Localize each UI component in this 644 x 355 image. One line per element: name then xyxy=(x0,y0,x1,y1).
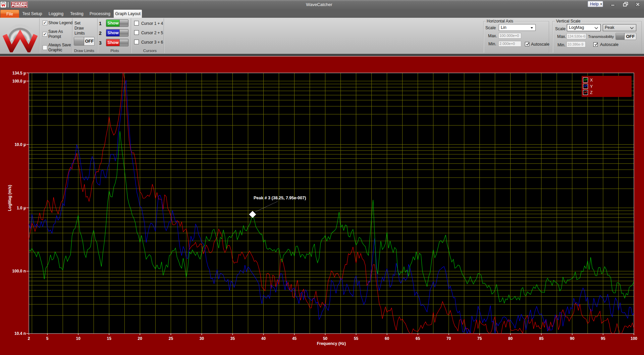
svg-text:100: 100 xyxy=(631,336,637,341)
svg-text:Frequency (Hz): Frequency (Hz) xyxy=(317,341,346,346)
svg-text:65: 65 xyxy=(416,336,420,341)
svg-text:30: 30 xyxy=(200,336,204,341)
svg-text:50: 50 xyxy=(323,336,328,341)
svg-text:HERZAN: HERZAN xyxy=(11,2,27,6)
svg-text:15: 15 xyxy=(107,336,112,341)
svg-text:5: 5 xyxy=(46,336,49,341)
svg-text:WWW.HERZAN.COM: WWW.HERZAN.COM xyxy=(14,6,25,7)
svg-text:100.0 n: 100.0 n xyxy=(12,269,26,273)
svg-text:20: 20 xyxy=(138,336,143,341)
svg-text:90: 90 xyxy=(570,336,575,341)
svg-text:10: 10 xyxy=(76,336,81,341)
svg-text:LogMag (m/s): LogMag (m/s) xyxy=(7,185,12,211)
svg-text:100.0 µ: 100.0 µ xyxy=(12,79,26,84)
svg-text:Y: Y xyxy=(590,84,593,89)
svg-text:70: 70 xyxy=(446,336,451,341)
svg-text:45: 45 xyxy=(292,336,297,341)
svg-text:25: 25 xyxy=(169,336,173,341)
svg-text:85: 85 xyxy=(539,336,544,341)
svg-text:2: 2 xyxy=(28,336,30,341)
svg-text:10.4 n: 10.4 n xyxy=(14,331,26,336)
svg-text:75: 75 xyxy=(477,336,482,341)
svg-text:1.0 µ: 1.0 µ xyxy=(17,206,26,210)
svg-text:55: 55 xyxy=(354,336,359,341)
svg-text:40: 40 xyxy=(261,336,266,341)
svg-text:35: 35 xyxy=(230,336,235,341)
svg-text:Z: Z xyxy=(590,90,593,95)
svg-text:95: 95 xyxy=(601,336,605,341)
svg-text:10.0 µ: 10.0 µ xyxy=(14,142,26,147)
svg-text:60: 60 xyxy=(385,336,389,341)
svg-text:Peak # 3 (38.25, 7.95e-007): Peak # 3 (38.25, 7.95e-007) xyxy=(254,196,306,200)
svg-text:134.5 µ: 134.5 µ xyxy=(12,71,26,75)
svg-text:80: 80 xyxy=(508,336,513,341)
svg-text:X: X xyxy=(590,78,593,83)
